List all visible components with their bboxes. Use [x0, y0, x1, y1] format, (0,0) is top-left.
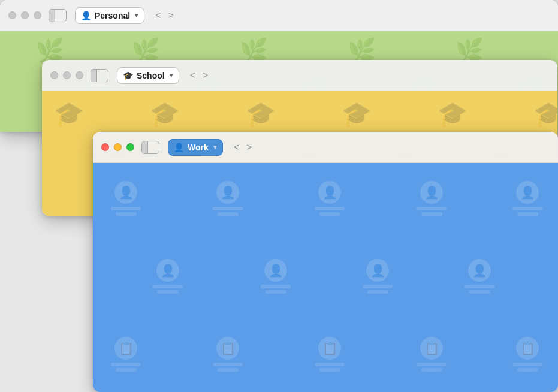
watermark-contact-13: 📋 — [417, 337, 447, 372]
traffic-lights-personal — [8, 11, 41, 19]
traffic-lights-work[interactable] — [101, 143, 134, 151]
profile-label-personal: Personal — [95, 11, 130, 20]
profile-selector-personal[interactable]: 👤 Personal ▾ — [75, 7, 144, 24]
nav-arrows-personal: < > — [153, 9, 176, 22]
graduation-icon: 🎓 — [122, 70, 133, 81]
watermark-contact-11: 📋 — [213, 337, 243, 372]
maximize-button-personal[interactable] — [34, 11, 41, 19]
forward-arrow-work[interactable]: > — [244, 141, 254, 154]
watermark-contact-8: 👤 — [363, 259, 393, 294]
titlebar-work: 👤 Work ▾ < > — [93, 132, 558, 163]
chevron-down-icon-school: ▾ — [170, 72, 173, 79]
watermark-contact-9: 👤 — [465, 259, 494, 294]
person-icon: 👤 — [80, 10, 91, 21]
traffic-lights-school — [50, 71, 83, 79]
back-arrow-personal[interactable]: < — [153, 9, 163, 22]
maximize-button-school[interactable] — [76, 71, 83, 79]
work-person-icon: 👤 — [173, 142, 184, 153]
back-arrow-school[interactable]: < — [188, 69, 198, 82]
sidebar-toggle-school[interactable] — [91, 69, 108, 82]
watermark-contact-1: 👤 — [111, 181, 141, 216]
forward-arrow-personal[interactable]: > — [165, 9, 176, 22]
profile-label-work: Work — [188, 143, 209, 152]
close-button-work[interactable] — [101, 143, 109, 151]
minimize-button-work[interactable] — [114, 143, 122, 151]
window-work[interactable]: 👤 Work ▾ < > 👤 👤 👤 👤 — [93, 132, 558, 392]
chevron-down-icon-work: ▾ — [213, 144, 216, 150]
watermark-grad-2: 🎓 — [150, 100, 180, 128]
watermark-grad-6: 🎓 — [533, 100, 557, 128]
titlebar-personal: 👤 Personal ▾ < > — [0, 0, 558, 31]
profile-selector-work[interactable]: 👤 Work ▾ — [168, 139, 223, 156]
watermark-contact-2: 👤 — [213, 181, 243, 216]
minimize-button-school[interactable] — [63, 71, 71, 79]
watermark-contact-6: 👤 — [153, 259, 183, 294]
back-arrow-work[interactable]: < — [231, 141, 242, 154]
nav-arrows-work: < > — [231, 141, 255, 154]
close-button-personal[interactable] — [8, 11, 16, 19]
watermark-grad-4: 🎓 — [342, 100, 372, 128]
forward-arrow-school[interactable]: > — [200, 69, 210, 82]
watermark-contact-14: 📋 — [512, 337, 542, 372]
watermark-contact-12: 📋 — [315, 337, 345, 372]
watermark-contact-10: 📋 — [111, 337, 141, 372]
watermark-contact-3: 👤 — [315, 181, 345, 216]
sidebar-toggle-work[interactable] — [141, 141, 159, 154]
maximize-button-work[interactable] — [126, 143, 134, 151]
watermark-grad-5: 🎓 — [438, 100, 467, 128]
minimize-button-personal[interactable] — [21, 11, 29, 19]
titlebar-school: 🎓 School ▾ < > — [42, 60, 557, 91]
content-work: 👤 👤 👤 👤 👤 👤 — [93, 163, 558, 392]
watermark-grad-1: 🎓 — [54, 100, 84, 128]
sidebar-toggle-personal[interactable] — [49, 9, 67, 22]
watermark-contact-7: 👤 — [261, 259, 291, 294]
watermark-contact-5: 👤 — [512, 181, 542, 216]
close-button-school[interactable] — [50, 71, 58, 79]
profile-label-school: School — [137, 71, 165, 80]
profile-selector-school[interactable]: 🎓 School ▾ — [117, 67, 179, 84]
chevron-down-icon: ▾ — [135, 12, 138, 19]
watermark-contact-4: 👤 — [417, 181, 447, 216]
watermark-grad-3: 🎓 — [246, 100, 276, 128]
nav-arrows-school: < > — [188, 69, 211, 82]
